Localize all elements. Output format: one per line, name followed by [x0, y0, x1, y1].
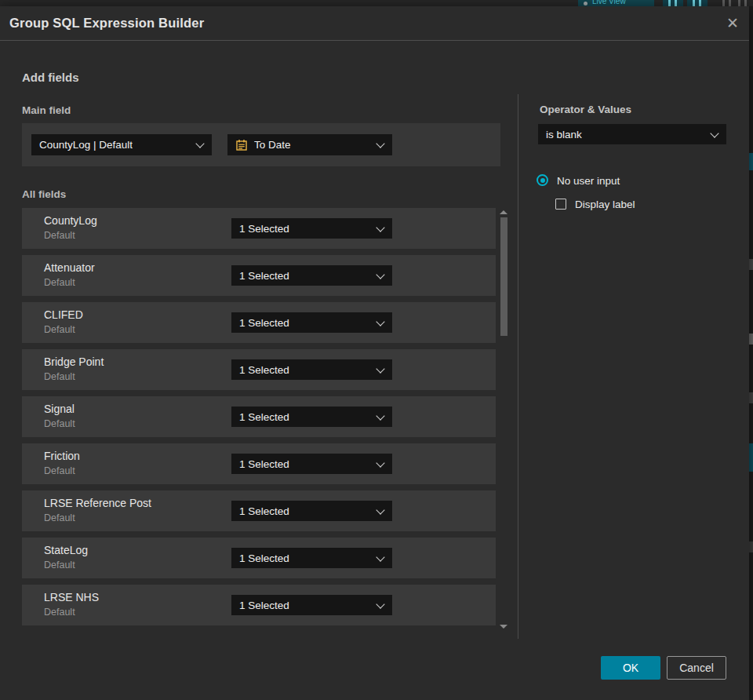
field-selected-dropdown[interactable]: 1 Selected: [231, 265, 392, 286]
field-name: StateLog: [44, 544, 88, 556]
background-toolbar-bar: [738, 0, 740, 6]
chevron-down-icon: [376, 223, 384, 232]
background-toolbar-button: [687, 0, 708, 6]
date-type-dropdown[interactable]: To Date: [227, 134, 392, 155]
background-toolbar-bar: [722, 0, 725, 6]
field-subtitle: Default: [44, 418, 75, 429]
live-view-label: Live View: [592, 0, 626, 5]
cancel-button[interactable]: Cancel: [667, 656, 726, 680]
chevron-down-icon: [376, 458, 384, 467]
field-selected-dropdown[interactable]: 1 Selected: [231, 454, 392, 474]
no-user-input-radio[interactable]: [537, 174, 548, 186]
field-selected-value: 1 Selected: [239, 552, 289, 564]
ok-button[interactable]: OK: [601, 656, 660, 680]
main-field-dropdown[interactable]: CountyLog | Default: [31, 134, 212, 155]
background-toolbar-button: [663, 0, 683, 6]
group-sql-expression-builder-dialog: Group SQL Expression Builder ✕ Add field…: [0, 6, 749, 700]
display-label-label: Display label: [575, 199, 635, 210]
field-name: CLIFED: [44, 308, 83, 321]
dialog-header: Group SQL Expression Builder ✕: [0, 6, 749, 41]
all-fields-list: CountyLog Default 1 Selected Attenuator …: [22, 208, 496, 632]
scrollbar-up-arrow[interactable]: [500, 210, 507, 214]
field-selected-value: 1 Selected: [239, 223, 289, 235]
field-name: Bridge Point: [44, 355, 104, 368]
radio-selected-dot-icon: [540, 178, 545, 183]
field-subtitle: Default: [44, 560, 75, 571]
field-name: Attenuator: [44, 261, 95, 274]
chevron-down-icon: [376, 139, 384, 148]
chevron-down-icon: [376, 600, 384, 608]
no-user-input-label: No user input: [557, 175, 620, 187]
chevron-down-icon: [376, 270, 384, 279]
field-selected-value: 1 Selected: [239, 600, 289, 611]
field-row: Signal Default 1 Selected: [22, 396, 496, 437]
field-selected-value: 1 Selected: [239, 270, 289, 282]
background-toolbar-bar: [729, 0, 731, 6]
field-selected-value: 1 Selected: [239, 411, 289, 423]
chevron-down-icon: [376, 317, 384, 326]
field-row: CountyLog Default 1 Selected: [22, 208, 496, 249]
field-row: Friction Default 1 Selected: [22, 443, 496, 484]
field-selected-dropdown[interactable]: 1 Selected: [231, 359, 392, 380]
field-row: Bridge Point Default 1 Selected: [22, 349, 496, 390]
chevron-down-icon: [376, 411, 384, 420]
field-subtitle: Default: [44, 512, 75, 523]
field-row: Attenuator Default 1 Selected: [22, 255, 496, 296]
field-subtitle: Default: [44, 324, 75, 335]
date-type-dropdown-value: To Date: [254, 139, 291, 151]
field-selected-dropdown[interactable]: 1 Selected: [231, 218, 392, 239]
field-name: Signal: [44, 403, 75, 415]
live-view-button[interactable]: Live View: [578, 0, 654, 6]
scrollbar-thumb[interactable]: [500, 217, 507, 336]
field-subtitle: Default: [44, 465, 75, 476]
chevron-down-icon: [710, 129, 718, 137]
field-selected-dropdown[interactable]: 1 Selected: [231, 407, 392, 427]
field-name: LRSE NHS: [44, 591, 99, 603]
field-row: CLIFED Default 1 Selected: [22, 302, 496, 343]
scrollbar-down-arrow[interactable]: [500, 625, 507, 629]
field-name: LRSE Reference Post: [44, 497, 151, 509]
chevron-down-icon: [376, 552, 384, 561]
main-field-label: Main field: [22, 104, 71, 116]
field-subtitle: Default: [44, 607, 75, 618]
operator-dropdown[interactable]: is blank: [538, 124, 726, 144]
operator-dropdown-value: is blank: [546, 129, 582, 140]
field-subtitle: Default: [44, 277, 75, 288]
field-selected-value: 1 Selected: [239, 505, 289, 517]
field-selected-value: 1 Selected: [239, 364, 289, 376]
field-selected-dropdown[interactable]: 1 Selected: [231, 312, 392, 333]
field-row: LRSE NHS Default 1 Selected: [22, 585, 496, 625]
field-row: StateLog Default 1 Selected: [22, 538, 496, 578]
field-selected-dropdown[interactable]: 1 Selected: [231, 501, 392, 521]
field-name: Friction: [44, 450, 80, 462]
operator-values-heading: Operator & Values: [540, 104, 631, 115]
add-fields-heading: Add fields: [22, 71, 79, 84]
field-subtitle: Default: [44, 371, 75, 382]
field-selected-value: 1 Selected: [239, 458, 289, 470]
main-field-dropdown-value: CountyLog | Default: [39, 139, 133, 151]
field-row: LRSE Reference Post Default 1 Selected: [22, 490, 496, 531]
field-selected-value: 1 Selected: [239, 317, 289, 329]
background-toolbar-bar: [744, 0, 747, 6]
field-subtitle: Default: [44, 230, 75, 241]
background-app-right-strip: [749, 6, 753, 700]
main-field-panel: CountyLog | Default To Date: [22, 123, 500, 166]
live-dot-icon: [584, 2, 587, 5]
field-selected-dropdown[interactable]: 1 Selected: [231, 548, 392, 568]
field-name: CountyLog: [44, 214, 97, 227]
display-label-checkbox[interactable]: [555, 199, 566, 210]
vertical-divider: [518, 94, 518, 639]
dialog-title: Group SQL Expression Builder: [9, 16, 204, 31]
chevron-down-icon: [195, 139, 204, 148]
calendar-icon: [235, 139, 248, 151]
all-fields-label: All fields: [22, 188, 66, 200]
field-selected-dropdown[interactable]: 1 Selected: [231, 595, 392, 615]
close-icon[interactable]: ✕: [726, 16, 739, 31]
chevron-down-icon: [376, 505, 384, 514]
chevron-down-icon: [376, 364, 384, 373]
background-app-top-strip: Live View: [0, 0, 753, 6]
